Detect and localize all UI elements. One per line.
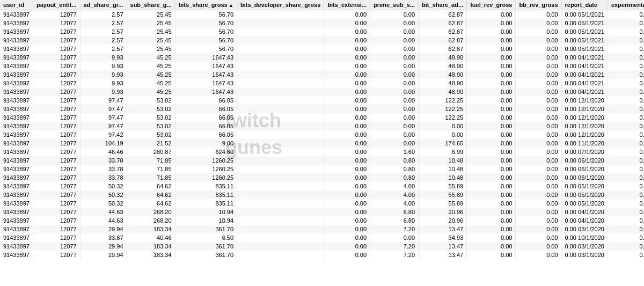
- cell-bits_developer_share_gross: [237, 251, 324, 259]
- cell-report_date: 0.00 04/1/2021: [561, 70, 608, 79]
- cell-bit_share_ad: 48.90: [419, 87, 467, 96]
- cell-sub_share_gross: 45.25: [127, 53, 175, 62]
- cell-bits_extension: 0.00: [324, 225, 370, 233]
- cell-bits_extension: 0.00: [324, 53, 370, 62]
- cell-bit_share_ad: 10.48: [419, 156, 467, 165]
- cell-bits_share_gross: 66.05: [175, 130, 237, 139]
- cell-fuel_rev_gross: 0.00: [467, 139, 516, 148]
- cell-user_id: 91433897: [0, 156, 33, 165]
- cell-ad_share_gross: 29.94: [80, 251, 127, 259]
- cell-payout_entity: 12077: [33, 242, 80, 251]
- cell-fuel_rev_gross: 0.00: [467, 105, 516, 113]
- cell-report_date: 0.00 06/1/2020: [561, 165, 608, 173]
- cell-report_date: 0.00 04/1/2020: [561, 208, 608, 216]
- cell-ad_share_gross: 97.47: [80, 96, 127, 105]
- table-row: 91433897120772.5725.4556.700.000.0062.87…: [0, 19, 644, 27]
- cell-bits_developer_share_gross: [237, 19, 324, 27]
- cell-sub_share_gross: 53.02: [127, 113, 175, 122]
- cell-user_id: 91433897: [0, 199, 33, 208]
- cell-experimental: 0.00: [608, 113, 644, 122]
- col-header-bit-share-ad[interactable]: bit_share_ad...: [419, 0, 467, 10]
- cell-report_date: 0.00 11/1/2020: [561, 139, 608, 148]
- col-header-bits-dev[interactable]: bits_developer_share_gross: [237, 0, 324, 10]
- cell-bb_rev_gross: 0.00: [516, 62, 561, 70]
- cell-bits_developer_share_gross: [237, 182, 324, 190]
- col-header-experimental[interactable]: experimenta...: [608, 0, 644, 10]
- cell-bits_extension: 0.00: [324, 233, 370, 242]
- cell-sub_share_gross: 25.45: [127, 27, 175, 36]
- cell-bb_rev_gross: 0.00: [516, 10, 561, 19]
- table-row: 91433897120779.9345.251647.430.000.0048.…: [0, 53, 644, 62]
- cell-user_id: 91433897: [0, 36, 33, 45]
- cell-bits_share_gross: 361.70: [175, 251, 237, 259]
- col-header-bits-ext[interactable]: bits_extensi...: [324, 0, 370, 10]
- cell-payout_entity: 12077: [33, 182, 80, 190]
- cell-fuel_rev_gross: 0.00: [467, 199, 516, 208]
- cell-payout_entity: 12077: [33, 148, 80, 156]
- cell-experimental: 0.00: [608, 36, 644, 45]
- cell-report_date: 0.00 05/1/2021: [561, 10, 608, 19]
- cell-fuel_rev_gross: 0.00: [467, 36, 516, 45]
- cell-bit_share_ad: 6.99: [419, 148, 467, 156]
- cell-prime_sub_s: 0.00: [370, 130, 419, 139]
- col-header-fuel-rev[interactable]: fuel_rev_gross: [467, 0, 516, 10]
- cell-user_id: 91433897: [0, 130, 33, 139]
- table-body: 91433897120772.5725.4556.700.000.0062.87…: [0, 10, 644, 260]
- col-header-payout[interactable]: payout_entit...: [33, 0, 80, 10]
- cell-bits_extension: 0.00: [324, 242, 370, 251]
- cell-bits_developer_share_gross: [237, 225, 324, 233]
- cell-sub_share_gross: 25.45: [127, 19, 175, 27]
- col-header-user-id[interactable]: user_id: [0, 0, 33, 10]
- table-row: 91433897120779.9345.251647.430.000.0048.…: [0, 70, 644, 79]
- cell-prime_sub_s: 0.00: [370, 36, 419, 45]
- cell-user_id: 91433897: [0, 113, 33, 122]
- cell-bb_rev_gross: 0.00: [516, 122, 561, 130]
- cell-prime_sub_s: 4.00: [370, 199, 419, 208]
- cell-report_date: 0.00 04/1/2021: [561, 87, 608, 96]
- col-header-prime-sub[interactable]: prime_sub_s...: [370, 0, 419, 10]
- cell-fuel_rev_gross: 0.00: [467, 10, 516, 19]
- cell-bit_share_ad: 13.47: [419, 225, 467, 233]
- cell-user_id: 91433897: [0, 53, 33, 62]
- table-row: 91433897120772.5725.4556.700.000.0062.87…: [0, 45, 644, 53]
- cell-experimental: 0.00: [608, 233, 644, 242]
- table-row: 914338971207729.94183.34361.700.007.2013…: [0, 242, 644, 251]
- cell-bit_share_ad: 55.89: [419, 199, 467, 208]
- cell-experimental: 0.00: [608, 225, 644, 233]
- table-row: 91433897120779.9345.251647.430.000.0048.…: [0, 62, 644, 70]
- cell-payout_entity: 12077: [33, 251, 80, 259]
- col-header-bits-share-gross[interactable]: bits_share_gross: [175, 0, 237, 10]
- col-header-bb-rev[interactable]: bb_rev_gross: [516, 0, 561, 10]
- cell-ad_share_gross: 9.93: [80, 70, 127, 79]
- cell-sub_share_gross: 25.45: [127, 45, 175, 53]
- table-row: 914338971207733.7871.851260.250.000.8010…: [0, 165, 644, 173]
- cell-bits_extension: 0.00: [324, 173, 370, 182]
- col-header-ad-share[interactable]: ad_share_gr...: [80, 0, 127, 10]
- cell-user_id: 91433897: [0, 62, 33, 70]
- cell-bits_developer_share_gross: [237, 36, 324, 45]
- cell-payout_entity: 12077: [33, 27, 80, 36]
- cell-ad_share_gross: 50.32: [80, 199, 127, 208]
- cell-sub_share_gross: 53.02: [127, 122, 175, 130]
- cell-report_date: 0.00 12/1/2020: [561, 122, 608, 130]
- cell-experimental: 0.00: [608, 70, 644, 79]
- cell-report_date: 0.00 06/1/2020: [561, 173, 608, 182]
- col-header-sub-share[interactable]: sub_share_g...: [127, 0, 175, 10]
- col-header-report-date[interactable]: report_date: [561, 0, 608, 10]
- cell-payout_entity: 12077: [33, 113, 80, 122]
- cell-bits_extension: 0.00: [324, 216, 370, 225]
- cell-bits_developer_share_gross: [237, 165, 324, 173]
- cell-prime_sub_s: 0.00: [370, 70, 419, 79]
- cell-prime_sub_s: 6.80: [370, 216, 419, 225]
- cell-experimental: 0.00: [608, 10, 644, 19]
- cell-fuel_rev_gross: 0.00: [467, 130, 516, 139]
- cell-bits_developer_share_gross: [237, 27, 324, 36]
- cell-experimental: 0.00: [608, 122, 644, 130]
- cell-experimental: 0.00: [608, 173, 644, 182]
- cell-report_date: 0.00 12/1/2020: [561, 105, 608, 113]
- cell-bits_extension: 0.00: [324, 139, 370, 148]
- cell-ad_share_gross: 2.57: [80, 19, 127, 27]
- cell-fuel_rev_gross: 0.00: [467, 113, 516, 122]
- cell-prime_sub_s: 4.00: [370, 190, 419, 199]
- cell-bb_rev_gross: 0.00: [516, 216, 561, 225]
